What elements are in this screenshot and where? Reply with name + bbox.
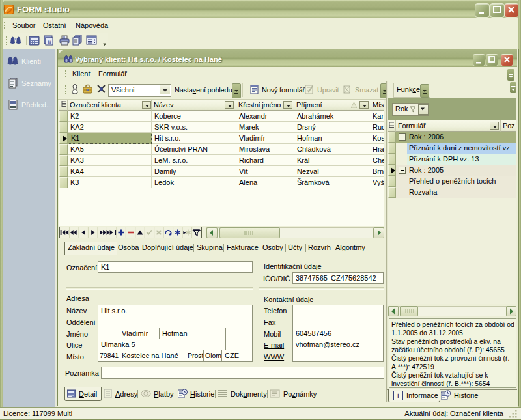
svg-text:7: 7: [48, 40, 51, 44]
